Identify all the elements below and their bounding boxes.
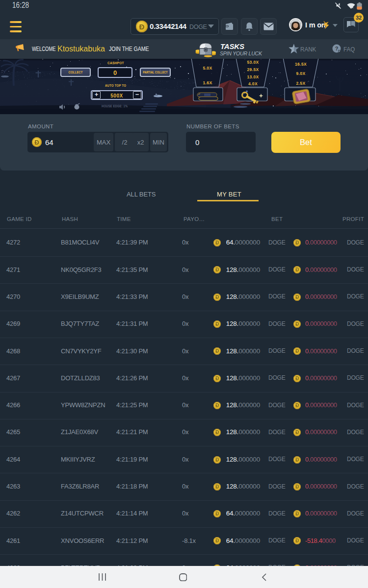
svg-text:?: ? [335, 46, 339, 51]
